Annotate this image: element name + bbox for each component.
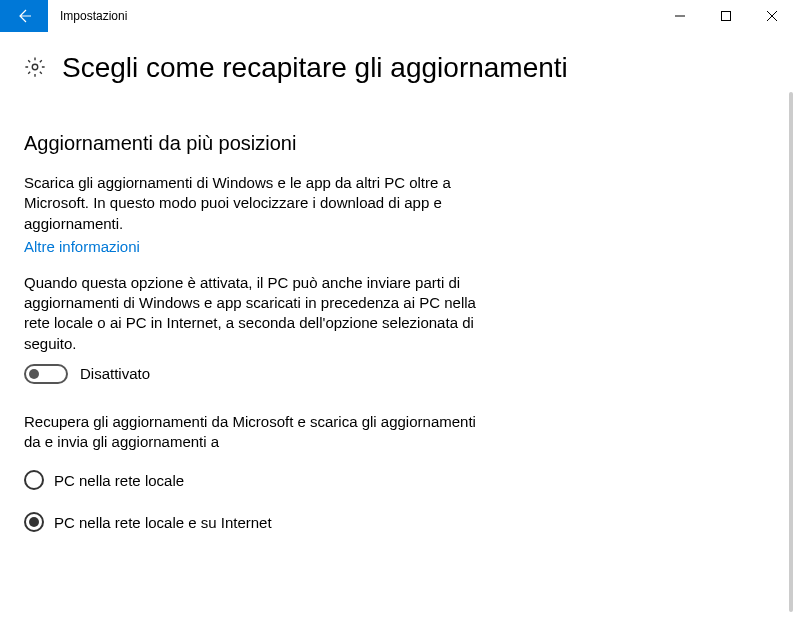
radio-option-internet[interactable]: PC nella rete locale e su Internet	[24, 512, 771, 532]
radio-button	[24, 512, 44, 532]
feature-toggle[interactable]	[24, 364, 68, 384]
back-button[interactable]	[0, 0, 48, 32]
svg-rect-0	[722, 12, 731, 21]
maximize-icon	[721, 11, 731, 21]
close-button[interactable]	[749, 0, 795, 32]
scrollbar[interactable]	[789, 92, 793, 612]
section-title: Aggiornamenti da più posizioni	[24, 132, 771, 155]
minimize-button[interactable]	[657, 0, 703, 32]
description-text-3: Recupera gli aggiornamenti da Microsoft …	[24, 412, 494, 453]
radio-label: PC nella rete locale e su Internet	[54, 514, 272, 531]
radio-label: PC nella rete locale	[54, 472, 184, 489]
toggle-row: Disattivato	[24, 364, 771, 384]
title-bar: Impostazioni	[0, 0, 795, 32]
content-area: Scegli come recapitare gli aggiornamenti…	[0, 32, 795, 629]
description-text-2: Quando questa opzione è attivata, il PC …	[24, 273, 494, 354]
minimize-icon	[675, 11, 685, 21]
description-text-1: Scarica gli aggiornamenti di Windows e l…	[24, 173, 494, 234]
svg-point-1	[32, 64, 38, 70]
close-icon	[767, 11, 777, 21]
arrow-left-icon	[16, 8, 32, 24]
page-header: Scegli come recapitare gli aggiornamenti	[24, 52, 771, 84]
toggle-knob	[29, 369, 39, 379]
maximize-button[interactable]	[703, 0, 749, 32]
page-title: Scegli come recapitare gli aggiornamenti	[62, 52, 568, 84]
radio-option-local[interactable]: PC nella rete locale	[24, 470, 771, 490]
gear-icon	[24, 56, 46, 81]
window-controls	[657, 0, 795, 32]
radio-button	[24, 470, 44, 490]
window-title: Impostazioni	[48, 0, 657, 32]
learn-more-link[interactable]: Altre informazioni	[24, 238, 140, 255]
toggle-label: Disattivato	[80, 365, 150, 382]
